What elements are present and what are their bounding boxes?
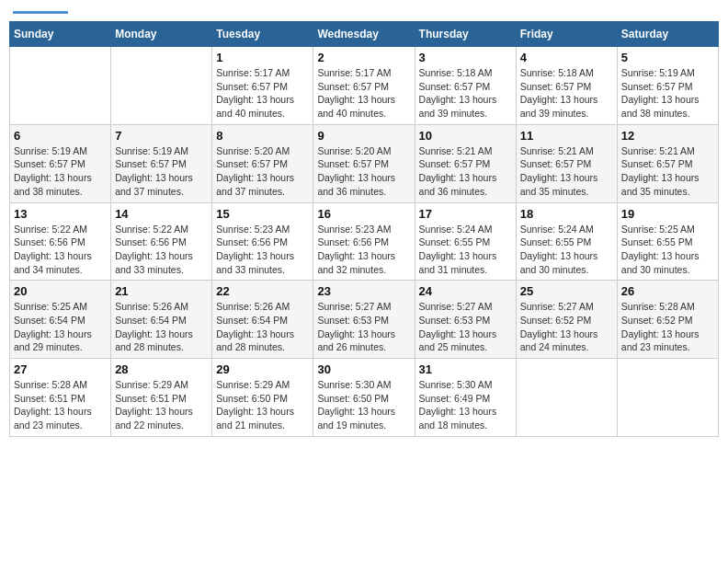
day-info: Sunrise: 5:25 AMSunset: 6:54 PMDaylight:…: [14, 300, 107, 354]
calendar-week-row: 20Sunrise: 5:25 AMSunset: 6:54 PMDayligh…: [10, 281, 719, 359]
day-number: 24: [419, 284, 512, 298]
day-info: Sunrise: 5:25 AMSunset: 6:55 PMDaylight:…: [621, 223, 714, 277]
day-info: Sunrise: 5:26 AMSunset: 6:54 PMDaylight:…: [115, 300, 208, 354]
calendar-cell: 6Sunrise: 5:19 AMSunset: 6:57 PMDaylight…: [10, 124, 111, 202]
day-number: 2: [317, 51, 410, 64]
calendar-cell: 24Sunrise: 5:27 AMSunset: 6:53 PMDayligh…: [415, 281, 516, 359]
day-info: Sunrise: 5:21 AMSunset: 6:57 PMDaylight:…: [520, 144, 613, 199]
weekday-header-sunday: Sunday: [10, 22, 111, 47]
day-info: Sunrise: 5:23 AMSunset: 6:56 PMDaylight:…: [317, 223, 410, 277]
calendar-cell: 20Sunrise: 5:25 AMSunset: 6:54 PMDayligh…: [10, 281, 111, 359]
calendar-cell: 22Sunrise: 5:26 AMSunset: 6:54 PMDayligh…: [212, 281, 313, 359]
day-info: Sunrise: 5:24 AMSunset: 6:55 PMDaylight:…: [520, 223, 613, 277]
day-number: 16: [317, 207, 410, 221]
day-number: 18: [520, 207, 613, 221]
calendar-cell: 19Sunrise: 5:25 AMSunset: 6:55 PMDayligh…: [617, 202, 718, 281]
day-number: 21: [115, 284, 208, 298]
day-number: 23: [317, 284, 410, 298]
calendar-cell: 30Sunrise: 5:30 AMSunset: 6:50 PMDayligh…: [313, 359, 415, 437]
day-number: 6: [14, 129, 107, 143]
day-info: Sunrise: 5:27 AMSunset: 6:53 PMDaylight:…: [419, 300, 512, 354]
day-info: Sunrise: 5:18 AMSunset: 6:57 PMDaylight:…: [419, 66, 512, 121]
day-number: 4: [520, 51, 613, 64]
day-info: Sunrise: 5:23 AMSunset: 6:56 PMDaylight:…: [216, 223, 309, 277]
calendar-cell: 11Sunrise: 5:21 AMSunset: 6:57 PMDayligh…: [516, 124, 617, 202]
weekday-header-monday: Monday: [111, 22, 212, 47]
day-info: Sunrise: 5:26 AMSunset: 6:54 PMDaylight:…: [216, 300, 309, 354]
calendar-cell: [10, 47, 111, 125]
day-info: Sunrise: 5:30 AMSunset: 6:50 PMDaylight:…: [317, 378, 410, 432]
day-info: Sunrise: 5:20 AMSunset: 6:57 PMDaylight:…: [317, 144, 410, 199]
day-info: Sunrise: 5:19 AMSunset: 6:57 PMDaylight:…: [14, 144, 107, 199]
weekday-header-row: SundayMondayTuesdayWednesdayThursdayFrid…: [10, 22, 719, 47]
day-info: Sunrise: 5:21 AMSunset: 6:57 PMDaylight:…: [621, 144, 714, 199]
day-info: Sunrise: 5:30 AMSunset: 6:49 PMDaylight:…: [419, 378, 512, 432]
day-info: Sunrise: 5:21 AMSunset: 6:57 PMDaylight:…: [419, 144, 512, 199]
day-number: 19: [621, 207, 714, 221]
day-info: Sunrise: 5:24 AMSunset: 6:55 PMDaylight:…: [419, 223, 512, 277]
calendar-cell: 13Sunrise: 5:22 AMSunset: 6:56 PMDayligh…: [10, 202, 111, 281]
day-number: 17: [419, 207, 512, 221]
calendar-cell: 15Sunrise: 5:23 AMSunset: 6:56 PMDayligh…: [212, 202, 313, 281]
calendar-cell: 1Sunrise: 5:17 AMSunset: 6:57 PMDaylight…: [212, 47, 313, 125]
calendar-cell: 21Sunrise: 5:26 AMSunset: 6:54 PMDayligh…: [111, 281, 212, 359]
day-info: Sunrise: 5:27 AMSunset: 6:52 PMDaylight:…: [520, 300, 613, 354]
calendar-cell: 5Sunrise: 5:19 AMSunset: 6:57 PMDaylight…: [617, 47, 718, 125]
day-number: 8: [216, 129, 309, 143]
day-info: Sunrise: 5:19 AMSunset: 6:57 PMDaylight:…: [621, 66, 714, 121]
calendar-cell: 9Sunrise: 5:20 AMSunset: 6:57 PMDaylight…: [313, 124, 415, 202]
day-number: 5: [621, 51, 714, 64]
calendar-cell: 25Sunrise: 5:27 AMSunset: 6:52 PMDayligh…: [516, 281, 617, 359]
calendar-cell: 14Sunrise: 5:22 AMSunset: 6:56 PMDayligh…: [111, 202, 212, 281]
calendar-cell: 2Sunrise: 5:17 AMSunset: 6:57 PMDaylight…: [313, 47, 415, 125]
page-header: [9, 9, 719, 14]
day-number: 31: [419, 362, 512, 376]
calendar-cell: [111, 47, 212, 125]
day-info: Sunrise: 5:17 AMSunset: 6:57 PMDaylight:…: [216, 66, 309, 121]
calendar-cell: 8Sunrise: 5:20 AMSunset: 6:57 PMDaylight…: [212, 124, 313, 202]
calendar-cell: 31Sunrise: 5:30 AMSunset: 6:49 PMDayligh…: [415, 359, 516, 437]
day-number: 29: [216, 362, 309, 376]
day-number: 25: [520, 284, 613, 298]
logo-underline: [13, 11, 68, 14]
calendar-cell: 28Sunrise: 5:29 AMSunset: 6:51 PMDayligh…: [111, 359, 212, 437]
day-number: 20: [14, 284, 107, 298]
day-number: 14: [115, 207, 208, 221]
day-number: 26: [621, 284, 714, 298]
weekday-header-wednesday: Wednesday: [313, 22, 415, 47]
day-number: 11: [520, 129, 613, 143]
day-info: Sunrise: 5:28 AMSunset: 6:52 PMDaylight:…: [621, 300, 714, 354]
day-number: 15: [216, 207, 309, 221]
day-number: 30: [317, 362, 410, 376]
day-number: 28: [115, 362, 208, 376]
calendar-table: SundayMondayTuesdayWednesdayThursdayFrid…: [9, 21, 719, 437]
calendar-week-row: 13Sunrise: 5:22 AMSunset: 6:56 PMDayligh…: [10, 202, 719, 281]
calendar-week-row: 27Sunrise: 5:28 AMSunset: 6:51 PMDayligh…: [10, 359, 719, 437]
day-number: 22: [216, 284, 309, 298]
weekday-header-saturday: Saturday: [617, 22, 718, 47]
calendar-cell: 12Sunrise: 5:21 AMSunset: 6:57 PMDayligh…: [617, 124, 718, 202]
calendar-cell: 29Sunrise: 5:29 AMSunset: 6:50 PMDayligh…: [212, 359, 313, 437]
calendar-cell: 26Sunrise: 5:28 AMSunset: 6:52 PMDayligh…: [617, 281, 718, 359]
day-info: Sunrise: 5:22 AMSunset: 6:56 PMDaylight:…: [115, 223, 208, 277]
calendar-cell: [617, 359, 718, 437]
logo: [13, 9, 68, 14]
day-number: 3: [419, 51, 512, 64]
day-number: 12: [621, 129, 714, 143]
calendar-cell: 23Sunrise: 5:27 AMSunset: 6:53 PMDayligh…: [313, 281, 415, 359]
calendar-cell: 4Sunrise: 5:18 AMSunset: 6:57 PMDaylight…: [516, 47, 617, 125]
day-info: Sunrise: 5:29 AMSunset: 6:51 PMDaylight:…: [115, 378, 208, 432]
day-number: 13: [14, 207, 107, 221]
weekday-header-friday: Friday: [516, 22, 617, 47]
day-info: Sunrise: 5:29 AMSunset: 6:50 PMDaylight:…: [216, 378, 309, 432]
day-info: Sunrise: 5:17 AMSunset: 6:57 PMDaylight:…: [317, 66, 410, 121]
calendar-cell: 27Sunrise: 5:28 AMSunset: 6:51 PMDayligh…: [10, 359, 111, 437]
day-number: 7: [115, 129, 208, 143]
calendar-cell: 7Sunrise: 5:19 AMSunset: 6:57 PMDaylight…: [111, 124, 212, 202]
day-info: Sunrise: 5:20 AMSunset: 6:57 PMDaylight:…: [216, 144, 309, 199]
calendar-body: 1Sunrise: 5:17 AMSunset: 6:57 PMDaylight…: [10, 47, 719, 437]
calendar-cell: 17Sunrise: 5:24 AMSunset: 6:55 PMDayligh…: [415, 202, 516, 281]
calendar-week-row: 1Sunrise: 5:17 AMSunset: 6:57 PMDaylight…: [10, 47, 719, 125]
day-info: Sunrise: 5:22 AMSunset: 6:56 PMDaylight:…: [14, 223, 107, 277]
calendar-cell: 10Sunrise: 5:21 AMSunset: 6:57 PMDayligh…: [415, 124, 516, 202]
